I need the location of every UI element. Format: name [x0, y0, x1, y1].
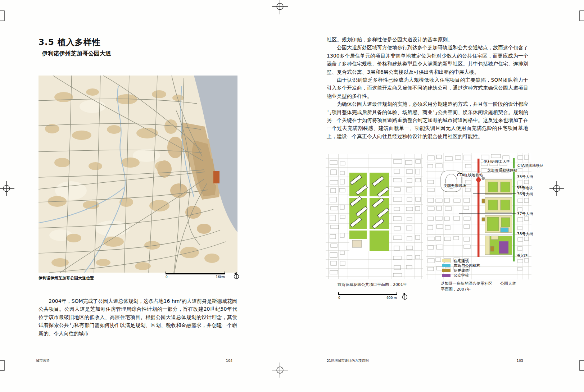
chicago-region-map	[39, 76, 237, 273]
legend-label: 公立学校	[454, 273, 469, 277]
chicago-map-caption: 伊利诺伊州芝加哥公园大道位置	[39, 275, 94, 281]
regmark-bottom	[272, 363, 288, 378]
label-37th-street: 37号大街	[517, 211, 534, 216]
north-arrow-icon	[402, 292, 408, 301]
map-legend: 住宅建筑 市政与公园机构 历史建筑 公立学校	[442, 259, 480, 278]
legend-label: 市政与公园机构	[454, 264, 480, 267]
running-title: 21世纪城市设计的九项原则	[327, 359, 369, 363]
scale-zero-label: 0	[166, 275, 168, 279]
metra-station-dot	[482, 177, 485, 180]
label-38th-street: 38号大街	[517, 232, 534, 236]
park-boulevard-blocks	[482, 179, 512, 255]
legend-label: 历史建筑	[454, 269, 469, 272]
right-footer: 21世纪城市设计的九项原则 105	[327, 359, 523, 363]
stateway-gardens-map-image	[326, 154, 423, 279]
body-paragraph: 公园大道所处区域可方便地步行到达多个芝加哥轨道和公共交通站点，故而这个包含了13…	[327, 44, 528, 76]
cta-red-line-station-dot	[476, 178, 481, 182]
label-36th-street: 36号大街	[517, 192, 534, 196]
scale-max-label: 600 m	[386, 296, 397, 300]
running-title: 城市营造	[36, 359, 50, 363]
park-boulevard-map: 伊利诺理工大学 芝加哥通勤铁路站 CTA绿线地铁站 CTA红线地铁站 美国无限球…	[426, 153, 531, 279]
scale-bar-line	[338, 294, 397, 295]
label-lot-35: 35号地块	[516, 186, 533, 190]
body-paragraph: 为确保公园大道最佳规划的实施，必须采用分期建造的方式，并且每一阶段的设计都应与项…	[327, 100, 528, 140]
body-paragraph: 社区。规划伊始，多样性便是公园大道设计的基本原则。	[327, 36, 528, 44]
label-stadium: 美国无限球场	[443, 183, 466, 188]
regmark-top	[272, 0, 288, 14]
label-cta-green-station: CTA绿线地铁站	[517, 163, 544, 168]
north-arrow-icon	[233, 272, 240, 280]
chicago-map-scale-bar: 0 16km	[166, 273, 225, 279]
legend-label: 住宅建筑	[454, 259, 469, 263]
label-cta-red-station: CTA红线地铁站	[457, 173, 484, 177]
stateway-gardens-map	[326, 154, 423, 279]
legend-color-chip	[442, 264, 451, 267]
legend-item-public-school: 公立学校	[442, 274, 480, 277]
stateway-map-scale-bar: 0 600 m	[338, 294, 397, 300]
label-iit: 伊利诺理工大学	[483, 159, 511, 164]
legend-item-civic-park: 市政与公园机构	[442, 264, 480, 267]
park-boulevard-site-marker	[213, 171, 219, 183]
left-footer: 城市营造 104	[36, 359, 232, 363]
scale-zero-label: 0	[338, 296, 340, 300]
scale-max-label: 16km	[216, 275, 225, 279]
legend-color-chip	[442, 269, 451, 272]
left-body-text: 2004年，SOM完成了公园大道总体规划，这条占地16 hm²的大道前身是斯德威…	[39, 297, 237, 337]
park-map-caption: 芝加哥一座新的混合使用社区——公园大道平面图，2007年	[441, 281, 517, 292]
section-subtitle: 伊利诺伊州芝加哥公园大道	[42, 50, 111, 58]
legend-color-chip	[442, 274, 451, 277]
body-paragraph: 由于认识到缺乏多样性已经成为大规模低收入住宅项目的主要缺陷，SOM团队着力于引入…	[327, 76, 528, 100]
label-35th-street: 35号大街	[517, 174, 534, 179]
scale-bar-line	[166, 273, 225, 274]
page-number: 105	[517, 359, 523, 363]
regmark-left	[0, 181, 14, 196]
stateway-map-caption: 前斯德威花园公共项目平面图，2001年	[338, 282, 431, 288]
label-pershing-road: 潘兴路	[516, 253, 528, 257]
legend-color-chip	[442, 259, 451, 262]
legend-item-historic: 历史建筑	[442, 269, 480, 272]
body-paragraph: 2004年，SOM完成了公园大道总体规划，这条占地16 hm²的大道前身是斯德威…	[39, 297, 237, 337]
cta-green-line	[513, 158, 515, 261]
chicago-region-map-image	[39, 76, 237, 273]
regmark-right	[549, 181, 564, 196]
label-metra-station: 芝加哥通勤铁路站	[487, 168, 518, 172]
legend-item-residential: 住宅建筑	[442, 259, 480, 262]
book-spread: 3.5 植入多样性 伊利诺伊州芝加哥公园大道	[0, 0, 584, 392]
page-number: 104	[226, 359, 232, 363]
right-body-text: 社区。规划伊始，多样性便是公园大道设计的基本原则。 公园大道所处区域可方便地步行…	[327, 36, 528, 140]
section-title: 3.5 植入多样性	[39, 37, 101, 48]
